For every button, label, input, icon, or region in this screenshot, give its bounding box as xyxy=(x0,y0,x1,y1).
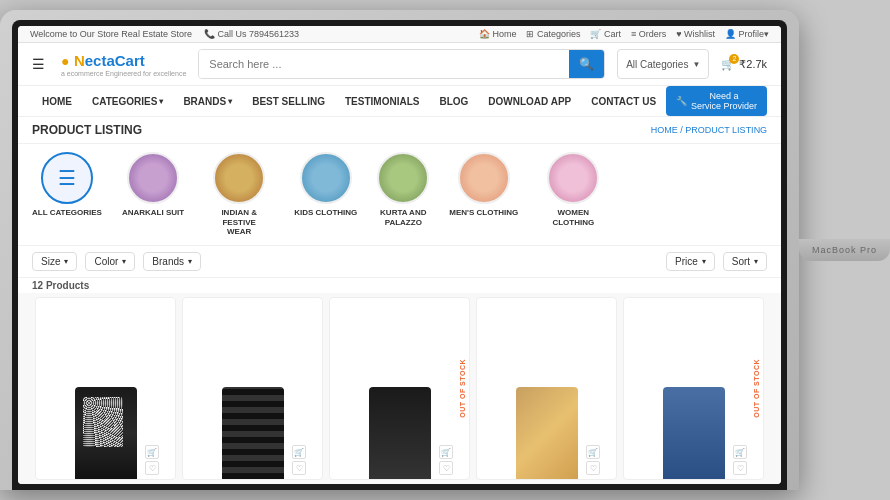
laptop-base: MacBook Pro xyxy=(799,239,890,261)
logo-tagline: a ecommerce Engineered for excellence xyxy=(61,70,186,77)
category-item-indian[interactable]: INDIAN & FESTIVEWEAR xyxy=(204,152,274,237)
product-card-4[interactable]: 🛒 ♡ xyxy=(476,297,617,480)
category-item-kids[interactable]: KIDS CLOTHING xyxy=(294,152,357,218)
top-bar-right: 🏠 Home ⊞ Categories 🛒 Cart ≡ Orders ♥ Wi… xyxy=(479,29,769,39)
products-grid: 🛒 ♡ 🛒 ♡ xyxy=(18,293,781,484)
welcome-text: Welcome to Our Store Real Estate Store xyxy=(30,29,192,39)
color-filter-label: Color xyxy=(94,256,118,267)
need-service-button[interactable]: 🔧 Need a Service Provider xyxy=(666,86,767,116)
product-card-2[interactable]: 🛒 ♡ xyxy=(182,297,323,480)
category-item-all[interactable]: ☰ ALL CATEGORIES xyxy=(32,152,102,218)
size-chevron-icon: ▾ xyxy=(64,257,68,266)
topnav-categories[interactable]: ⊞ Categories xyxy=(526,29,580,39)
product-image-area-4: 🛒 ♡ xyxy=(477,298,616,479)
product-card-5[interactable]: OUT OF STOCK 🛒 ♡ xyxy=(623,297,764,480)
wishlist-icon-4[interactable]: ♡ xyxy=(586,461,600,475)
laptop-outer: Welcome to Our Store Real Estate Store 📞… xyxy=(0,10,799,490)
category-item-kurta[interactable]: KURTA ANDPALAZZO xyxy=(377,152,429,227)
nav-download-app[interactable]: DOWNLOAD APP xyxy=(478,88,581,115)
category-circle-kids xyxy=(300,152,352,204)
topnav-cart[interactable]: 🛒 Cart xyxy=(590,29,621,39)
product-card-1[interactable]: 🛒 ♡ xyxy=(35,297,176,480)
product-3-action-icons: 🛒 ♡ xyxy=(439,445,453,475)
wishlist-icon-3[interactable]: ♡ xyxy=(439,461,453,475)
product-image-area-2: 🛒 ♡ xyxy=(183,298,322,479)
service-btn-line1: Need a xyxy=(691,91,757,101)
logo-area: ● NectaCart a ecommerce Engineered for e… xyxy=(61,52,186,77)
wishlist-icon-5[interactable]: ♡ xyxy=(733,461,747,475)
phone-icon: 📞 xyxy=(204,29,215,39)
category-circle-all: ☰ xyxy=(41,152,93,204)
category-label-women: WOMEN CLOTHING xyxy=(538,208,608,227)
price-chevron-icon: ▾ xyxy=(702,257,706,266)
nav-blog[interactable]: BLOG xyxy=(429,88,478,115)
product-image-area-1: 🛒 ♡ xyxy=(36,298,175,479)
category-item-women[interactable]: WOMEN CLOTHING xyxy=(538,152,608,227)
cart-amount: ₹2.7k xyxy=(739,58,767,71)
add-to-cart-icon-5[interactable]: 🛒 xyxy=(733,445,747,459)
search-input[interactable] xyxy=(199,50,569,78)
add-to-cart-icon-2[interactable]: 🛒 xyxy=(292,445,306,459)
price-filter-label: Price xyxy=(675,256,698,267)
sort-dropdown[interactable]: Sort ▾ xyxy=(723,252,767,271)
sort-label: Sort xyxy=(732,256,750,267)
category-label-anarkali: ANARKALI SUIT xyxy=(122,208,184,218)
service-btn-line2: Service Provider xyxy=(691,101,757,111)
category-selector-dropdown[interactable]: All Categories ▼ xyxy=(617,49,709,79)
add-to-cart-icon-3[interactable]: 🛒 xyxy=(439,445,453,459)
price-filter-dropdown[interactable]: Price ▾ xyxy=(666,252,715,271)
topnav-home[interactable]: 🏠 Home xyxy=(479,29,517,39)
service-icon: 🔧 xyxy=(676,96,687,106)
topnav-orders[interactable]: ≡ Orders xyxy=(631,29,666,39)
search-button[interactable]: 🔍 xyxy=(569,50,604,78)
add-to-cart-icon-1[interactable]: 🛒 xyxy=(145,445,159,459)
top-bar-left: Welcome to Our Store Real Estate Store 📞… xyxy=(30,29,299,39)
nav-testimonials[interactable]: TESTIMONIALS xyxy=(335,88,429,115)
laptop-screen: Welcome to Our Store Real Estate Store 📞… xyxy=(18,26,781,484)
category-item-mens[interactable]: MEN'S CLOTHING xyxy=(449,152,518,218)
product-1-action-icons: 🛒 ♡ xyxy=(145,445,159,475)
topnav-wishlist[interactable]: ♥ Wishlist xyxy=(676,29,715,39)
sort-chevron-icon: ▾ xyxy=(754,257,758,266)
size-filter-dropdown[interactable]: Size ▾ xyxy=(32,252,77,271)
nav-best-selling[interactable]: BEST SELLING xyxy=(242,88,335,115)
wishlist-icon-2[interactable]: ♡ xyxy=(292,461,306,475)
brands-filter-dropdown[interactable]: Brands ▾ xyxy=(143,252,201,271)
add-to-cart-icon-4[interactable]: 🛒 xyxy=(586,445,600,459)
search-area: 🔍 xyxy=(198,49,605,79)
size-filter-label: Size xyxy=(41,256,60,267)
categories-section: ☰ ALL CATEGORIES ANARKALI SUIT INDIAN & … xyxy=(18,144,781,246)
hamburger-icon[interactable]: ☰ xyxy=(32,56,45,72)
category-circle-women xyxy=(547,152,599,204)
laptop-screen-bezel: Welcome to Our Store Real Estate Store 📞… xyxy=(12,20,787,490)
product-image-area-5: OUT OF STOCK 🛒 ♡ xyxy=(624,298,763,479)
phone-text: 📞 Call Us 7894561233 xyxy=(204,29,299,39)
brands-chevron-icon: ▾ xyxy=(188,257,192,266)
brands-filter-label: Brands xyxy=(152,256,184,267)
product-2-action-icons: 🛒 ♡ xyxy=(292,445,306,475)
filters-bar: Size ▾ Color ▾ Brands ▾ Price ▾ Sort xyxy=(18,246,781,278)
product-card-3[interactable]: OUT OF STOCK 🛒 ♡ xyxy=(329,297,470,480)
breadcrumb-bar: PRODUCT LISTING HOME / PRODUCT LISTING xyxy=(18,117,781,144)
color-chevron-icon: ▾ xyxy=(122,257,126,266)
header: ☰ ● NectaCart a ecommerce Engineered for… xyxy=(18,43,781,86)
breadcrumb-current: PRODUCT LISTING xyxy=(685,125,767,135)
cart-icon-badge: 🛒 2 xyxy=(721,58,735,71)
breadcrumb: HOME / PRODUCT LISTING xyxy=(651,125,767,135)
nav-brands[interactable]: BRANDS ▾ xyxy=(173,88,242,115)
nav-categories[interactable]: CATEGORIES ▾ xyxy=(82,88,173,115)
topnav-profile[interactable]: 👤 Profile▾ xyxy=(725,29,769,39)
category-item-anarkali[interactable]: ANARKALI SUIT xyxy=(122,152,184,218)
color-filter-dropdown[interactable]: Color ▾ xyxy=(85,252,135,271)
category-circle-mens xyxy=(458,152,510,204)
category-selector-label: All Categories xyxy=(626,59,688,70)
wishlist-icon-1[interactable]: ♡ xyxy=(145,461,159,475)
out-of-stock-badge-3: OUT OF STOCK xyxy=(455,298,469,479)
cart-area[interactable]: 🛒 2 ₹2.7k xyxy=(721,58,767,71)
breadcrumb-home[interactable]: HOME xyxy=(651,125,678,135)
nav-home[interactable]: HOME xyxy=(32,88,82,115)
category-circle-kurta xyxy=(377,152,429,204)
page-title: PRODUCT LISTING xyxy=(32,123,142,137)
nav-contact[interactable]: CONTACT US xyxy=(581,88,666,115)
out-of-stock-badge-5: OUT OF STOCK xyxy=(749,298,763,479)
